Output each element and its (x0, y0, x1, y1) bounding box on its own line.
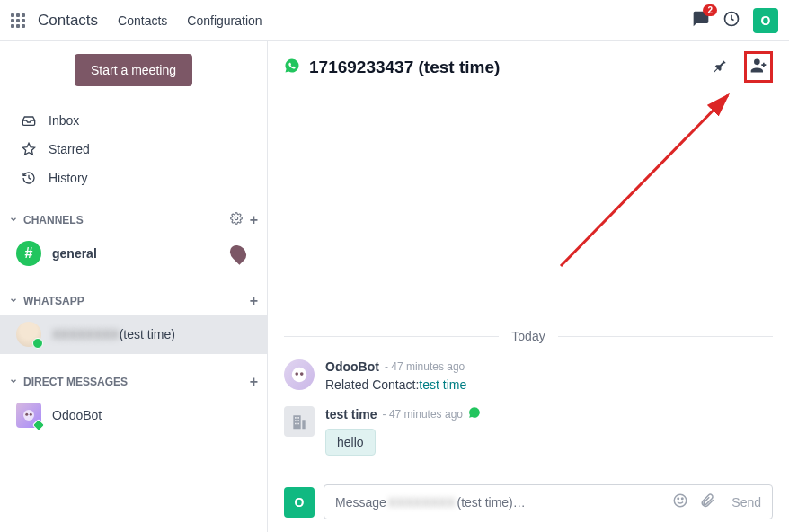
attachment-icon[interactable] (699, 492, 715, 511)
bot-avatar (16, 403, 41, 428)
section-dm-header[interactable]: DIRECT MESSAGES + (0, 368, 267, 395)
sidebar-item-label: History (49, 171, 88, 185)
nav-contacts[interactable]: Contacts (118, 13, 167, 28)
message-bubble: hello (325, 429, 376, 456)
message-time: 47 minutes ago (383, 408, 463, 421)
contact-avatar (16, 322, 41, 347)
svg-point-10 (300, 372, 304, 376)
start-meeting-button[interactable]: Start a meeting (75, 54, 192, 86)
sidebar-item-label: Starred (49, 142, 90, 156)
gear-icon[interactable] (230, 212, 243, 228)
messages-badge: 2 (703, 4, 717, 16)
add-user-icon[interactable] (749, 63, 767, 77)
message-author: OdooBot (325, 359, 379, 374)
sidebar-item-history[interactable]: History (0, 164, 267, 192)
whatsapp-thread-active[interactable]: XXXXXXXX (test time) (0, 315, 267, 354)
messages-icon[interactable]: 2 (692, 10, 710, 31)
input-placeholder: Message XXXXXXXX (test time)… (335, 495, 672, 510)
contact-name-hidden: XXXXXXXX (52, 327, 120, 341)
svg-point-13 (682, 498, 684, 500)
chevron-down-icon (9, 376, 18, 388)
message-author: test time (325, 407, 377, 421)
svg-point-12 (678, 498, 679, 500)
chat-content: 17169233437 (test time) Today (268, 41, 789, 532)
svg-point-5 (30, 413, 32, 416)
hash-icon: # (16, 241, 41, 266)
composer-avatar: O (284, 487, 315, 518)
svg-point-9 (295, 372, 298, 376)
send-button[interactable]: Send (731, 495, 761, 510)
inbox-icon (22, 113, 36, 128)
user-avatar[interactable]: O (753, 8, 778, 33)
date-divider: Today (284, 329, 773, 343)
svg-marker-1 (22, 143, 34, 155)
add-whatsapp-icon[interactable]: + (250, 293, 258, 309)
message-input[interactable]: Message XXXXXXXX (test time)… Send (324, 484, 773, 519)
channel-general[interactable]: # general (0, 234, 267, 273)
composer: O Message XXXXXXXX (test time)… Send (268, 472, 789, 532)
activity-clock-icon[interactable] (723, 10, 740, 31)
section-channels-header[interactable]: CHANNELS + (0, 207, 267, 234)
add-user-highlight (744, 51, 773, 83)
pin-icon[interactable] (712, 58, 728, 76)
dm-odoobot[interactable]: OdooBot (0, 395, 267, 435)
app-title[interactable]: Contacts (38, 12, 98, 30)
divider-label: Today (499, 329, 557, 343)
message-text: Related Contact:test time (325, 377, 773, 392)
chevron-down-icon (9, 295, 18, 307)
channel-name: general (52, 246, 231, 261)
sidebar-item-inbox[interactable]: Inbox (0, 106, 267, 135)
messages-area: Today OdooBot 47 minutes ago Related Con… (268, 93, 789, 472)
section-whatsapp-header[interactable]: WHATSAPP + (0, 288, 267, 315)
whatsapp-badge-icon (32, 338, 43, 349)
company-avatar-icon (284, 406, 315, 437)
svg-point-11 (675, 494, 687, 507)
message-contact: test time 47 minutes ago hello (284, 406, 773, 456)
whatsapp-icon (284, 58, 300, 76)
message-time: 47 minutes ago (385, 360, 465, 373)
sidebar-item-label: Inbox (49, 113, 79, 128)
svg-point-8 (292, 368, 307, 383)
svg-point-4 (25, 413, 28, 416)
section-label: CHANNELS (23, 214, 230, 226)
add-channel-icon[interactable]: + (250, 212, 258, 228)
emoji-icon[interactable] (672, 492, 688, 511)
chat-title: 17169233437 (test time) (309, 58, 500, 77)
chat-header: 17169233437 (test time) (268, 41, 789, 93)
svg-point-3 (23, 410, 34, 421)
nav-configuration[interactable]: Configuration (187, 13, 262, 28)
history-icon (22, 171, 36, 185)
add-dm-icon[interactable]: + (250, 374, 258, 390)
star-icon (22, 142, 36, 156)
chevron-down-icon (9, 214, 18, 226)
related-contact-link[interactable]: test time (419, 377, 466, 392)
top-header: Contacts Contacts Configuration 2 O (0, 0, 789, 41)
apps-grid-icon[interactable] (11, 13, 25, 28)
sidebar: Start a meeting Inbox Starred History CH… (0, 41, 268, 532)
sidebar-item-starred[interactable]: Starred (0, 135, 267, 164)
dm-name: OdooBot (52, 408, 102, 422)
svg-point-6 (754, 59, 760, 66)
bot-avatar-icon (284, 359, 315, 390)
contact-name-suffix: (test time) (120, 327, 175, 341)
section-label: WHATSAPP (23, 295, 250, 307)
whatsapp-icon (468, 406, 481, 421)
svg-point-2 (235, 217, 238, 220)
message-odoobot: OdooBot 47 minutes ago Related Contact:t… (284, 359, 773, 392)
section-label: DIRECT MESSAGES (23, 376, 250, 388)
